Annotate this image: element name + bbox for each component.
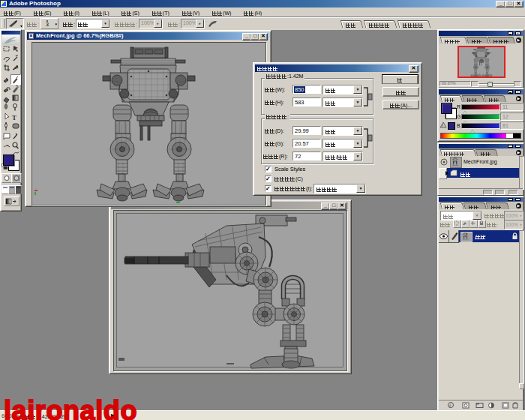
svg-text:T: T: [12, 114, 16, 122]
